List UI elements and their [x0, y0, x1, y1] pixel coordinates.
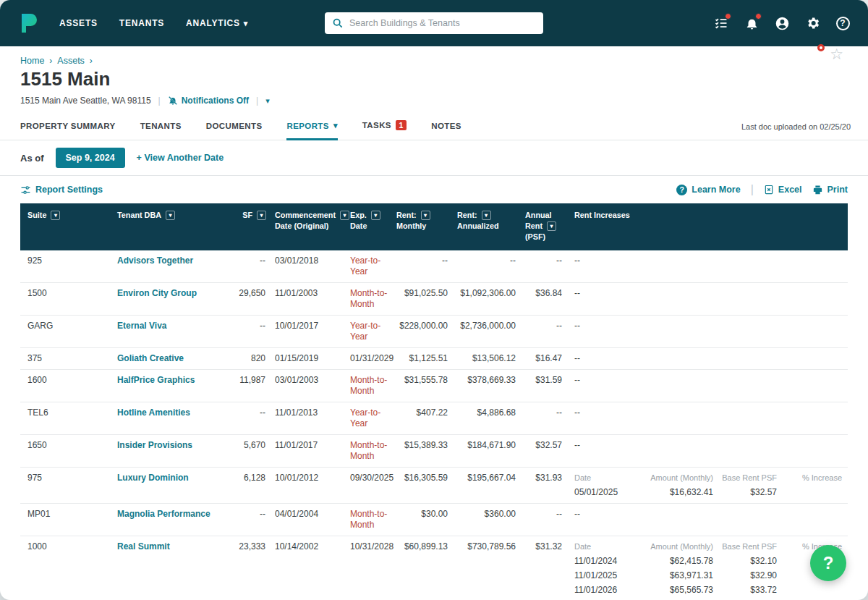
filter-dropdown-icon[interactable]: ▾: [257, 211, 266, 220]
tenant-link[interactable]: HalfPrice Graphics: [117, 375, 195, 385]
cell-sf: 5,670: [229, 440, 275, 451]
report-settings-button[interactable]: Report Settings: [20, 185, 103, 195]
cell-annual-rent-psf: $32.57: [525, 440, 571, 451]
cell-tenant: Luxury Dominion: [109, 473, 229, 483]
cell-suite: 1500: [20, 288, 109, 299]
cell-suite: TEL6: [20, 407, 109, 418]
tenant-link[interactable]: Environ City Group: [117, 288, 197, 298]
table-row: GARGEternal Viva--10/01/2017Year-to-Year…: [20, 316, 848, 348]
cell-commencement-date: 03/01/2003: [275, 375, 350, 386]
cell-commencement-date: 01/15/2019: [275, 353, 350, 364]
report-table-body: 925Advisors Together--03/01/2018Year-to-…: [20, 250, 848, 600]
filter-dropdown-icon[interactable]: ▾: [166, 211, 175, 220]
tab-tenants[interactable]: TENANTS: [140, 117, 182, 140]
chevron-down-icon[interactable]: ▾: [265, 96, 270, 106]
increase-column-header: Base Rent PSF: [713, 541, 777, 552]
cell-rent-increases: --: [571, 509, 848, 520]
tab-property-summary[interactable]: PROPERTY SUMMARY: [20, 117, 116, 140]
column-label: Rent:: [457, 210, 477, 221]
tenant-link[interactable]: Real Summit: [117, 541, 170, 552]
cell-exp-date: Year-to-Year: [350, 407, 396, 429]
tenant-link[interactable]: Advisors Together: [117, 255, 193, 266]
print-button[interactable]: Print: [812, 185, 848, 195]
tasks-badge: 1: [396, 120, 407, 130]
increase-value: 11/01/2025: [574, 570, 632, 581]
cell-tenant: Eternal Viva: [109, 321, 229, 331]
column-header-7: AnnualRent▾(PSF): [525, 210, 571, 242]
view-another-date-link[interactable]: + View Another Date: [137, 153, 224, 163]
cell-suite: 1000: [20, 541, 109, 552]
tenant-link[interactable]: Goliath Creative: [117, 353, 184, 363]
cell-rent-monthly: $91,025.50: [396, 288, 457, 299]
app-logo-icon[interactable]: [17, 12, 41, 35]
cell-tenant: Advisors Together: [109, 255, 229, 266]
increase-value: $16,632.41: [632, 487, 713, 498]
cell-suite: 1600: [20, 375, 109, 386]
column-header-1: Tenant DBA▾: [109, 210, 229, 221]
toolbar-right: ? Learn More | Excel Print: [676, 183, 848, 196]
search-input[interactable]: [349, 18, 536, 28]
column-label: Rent Increases: [574, 210, 630, 221]
checklist-icon[interactable]: [713, 15, 729, 31]
table-row: 1600HalfPrice Graphics11,98703/01/2003Mo…: [20, 370, 848, 402]
nav-tenants[interactable]: TENANTS: [119, 18, 164, 28]
question-glyph: ?: [836, 17, 850, 30]
tenant-link[interactable]: Luxury Dominion: [117, 473, 189, 483]
filter-dropdown-icon[interactable]: ▾: [51, 211, 60, 220]
cell-exp-date: 09/30/2025: [350, 473, 396, 483]
breadcrumb-assets[interactable]: Assets: [57, 56, 85, 66]
tab-reports[interactable]: REPORTS▾: [286, 117, 337, 140]
cell-tenant: Goliath Creative: [109, 353, 229, 364]
tenant-link[interactable]: Eternal Viva: [117, 321, 166, 331]
tenant-link[interactable]: Magnolia Performance: [117, 509, 210, 519]
tab-tasks[interactable]: TASKS1: [362, 116, 407, 140]
cell-rent-increases: --: [571, 440, 848, 451]
filter-dropdown-icon[interactable]: ▾: [547, 221, 556, 231]
column-label: Date: [350, 221, 367, 232]
cell-exp-date: Year-to-Year: [350, 255, 396, 277]
app-header: ASSETS TENANTS ANALYTICS▾ ?: [0, 0, 868, 46]
column-label: Monthly: [396, 221, 426, 232]
column-header-6: Rent:▾Annualized: [457, 210, 525, 232]
cell-sf: --: [229, 255, 275, 266]
cell-tenant: Magnolia Performance: [109, 509, 229, 520]
learn-more-link[interactable]: ? Learn More: [676, 185, 740, 195]
bell-icon[interactable]: [744, 15, 760, 31]
cell-exp-date: Month-to-Month: [350, 288, 396, 310]
global-search[interactable]: [325, 12, 543, 34]
nav-analytics[interactable]: ANALYTICS▾: [186, 18, 248, 28]
cell-annual-rent-psf: $16.47: [525, 353, 571, 364]
as-of-date-button[interactable]: Sep 9, 2024: [56, 148, 125, 168]
nav-assets[interactable]: ASSETS: [59, 18, 98, 28]
filter-dropdown-icon[interactable]: ▾: [421, 211, 430, 220]
help-fab-button[interactable]: ?: [810, 545, 846, 581]
cell-annual-rent-psf: --: [525, 407, 571, 418]
cell-annual-rent-psf: $31.32: [525, 541, 571, 552]
rent-increases-subtable: DateAmount (Monthly)Base Rent PSF% Incre…: [574, 541, 848, 600]
table-row: MP01Magnolia Performance--04/01/2004Mont…: [20, 504, 848, 536]
tab-notes[interactable]: NOTES: [431, 117, 461, 140]
notifications-toggle[interactable]: Notifications Off: [168, 96, 249, 106]
breadcrumb-home[interactable]: Home: [20, 56, 44, 66]
filter-dropdown-icon[interactable]: ▾: [340, 211, 349, 220]
gear-icon[interactable]: [804, 15, 820, 31]
tenant-link[interactable]: Insider Provisions: [117, 440, 192, 450]
chevron-right-icon: ›: [90, 56, 93, 66]
account-icon[interactable]: [774, 15, 790, 31]
increase-column-header: % Increase: [777, 473, 848, 483]
star-icon[interactable]: ☆: [830, 46, 843, 62]
help-icon[interactable]: ?: [835, 15, 851, 31]
app-window: ASSETS TENANTS ANALYTICS▾ ?: [0, 0, 868, 600]
cell-rent-annualized: $195,667.04: [457, 473, 525, 483]
excel-label: Excel: [778, 185, 802, 195]
filter-dropdown-icon[interactable]: ▾: [371, 211, 380, 220]
tenant-link[interactable]: Hotline Amenities: [117, 407, 190, 418]
tab-documents[interactable]: DOCUMENTS: [206, 117, 263, 140]
filter-dropdown-icon[interactable]: ▾: [482, 211, 491, 220]
excel-export-button[interactable]: Excel: [764, 185, 802, 195]
cell-annual-rent-psf: --: [525, 321, 571, 331]
cell-rent-increases: --: [571, 288, 848, 299]
column-header-5: Rent:▾Monthly: [396, 210, 457, 232]
increase-value: 05/01/2025: [574, 487, 632, 498]
increase-column-header: Amount (Monthly): [632, 473, 713, 483]
